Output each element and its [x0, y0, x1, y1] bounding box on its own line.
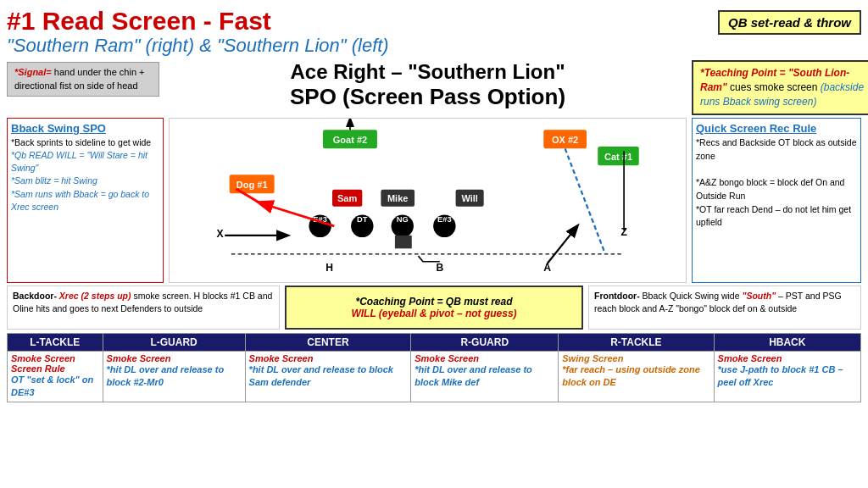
- svg-text:OX #2: OX #2: [552, 134, 578, 144]
- bback-text: *Back sprints to sideline to get wide *Q…: [11, 136, 159, 214]
- qs-title: Quick Screen Rec Rule: [696, 122, 857, 135]
- cell-center-body: *hit DL over and release to block Sam de…: [249, 363, 408, 390]
- cell-rtackle-title: Swing Screen: [562, 353, 709, 363]
- center-title-sub: SPO (Screen Pass Option): [169, 84, 687, 110]
- bback-line1: *Back sprints to sideline to get wide: [11, 136, 159, 149]
- backdoor-steps: Xrec (2 steps up): [59, 291, 134, 301]
- field-svg: Goat #2 OX #2 Dog #1 Cat #1 Sam Mike W: [170, 119, 686, 282]
- svg-text:Dog #1: Dog #1: [236, 179, 268, 189]
- qs-panel: Quick Screen Rec Rule *Recs and Backside…: [692, 118, 861, 283]
- title-end: (left): [347, 35, 389, 56]
- title-ram: "Southern Ram": [7, 35, 140, 56]
- svg-text:E#3: E#3: [437, 215, 452, 224]
- col-ltackle: L-TACKLE: [8, 333, 103, 351]
- qs-line1: *Recs and Backside OT block as outside z…: [696, 136, 857, 164]
- frontdoor-south: "South": [742, 291, 776, 301]
- svg-text:Mike: Mike: [387, 193, 409, 203]
- frontdoor-text1: Bback Quick Swing wide: [643, 291, 743, 301]
- svg-text:DT: DT: [357, 215, 368, 224]
- col-rtackle: R-TACKLE: [559, 333, 714, 351]
- signal-label: *Signal=: [14, 67, 52, 77]
- signal-box: *Signal= hand under the chin + direction…: [7, 62, 159, 97]
- col-center: CENTER: [245, 333, 411, 351]
- cell-rguard-title: Smoke Screen: [415, 353, 554, 363]
- cell-ltackle: Smoke Screen Screen Rule OT "set & lock"…: [8, 351, 103, 402]
- cell-lguard: Smoke Screen *hit DL over and release to…: [103, 351, 245, 402]
- cell-ltackle-body1: Screen Rule: [11, 363, 99, 374]
- coaching-box: *Coaching Point = QB must read WILL (eye…: [285, 286, 583, 330]
- backdoor-box: Backdoor- Xrec (2 steps up) smoke screen…: [7, 286, 280, 330]
- svg-text:Will: Will: [461, 193, 477, 203]
- cell-hback-body: *use J-path to block #1 CB – peel off Xr…: [718, 363, 857, 390]
- col-rguard: R-GUARD: [411, 333, 559, 351]
- qb-box: QB set-read & throw: [718, 10, 861, 35]
- field-diagram: Goat #2 OX #2 Dog #1 Cat #1 Sam Mike W: [169, 118, 687, 283]
- frontdoor-box: Frontdoor- Bback Quick Swing wide "South…: [588, 286, 861, 330]
- title-mid: (right) &: [140, 35, 216, 56]
- svg-text:B: B: [436, 262, 443, 274]
- frontdoor-title: Frontdoor-: [594, 291, 640, 301]
- title-line1: #1 Read Screen - Fast: [7, 7, 389, 35]
- table-row: Smoke Screen Screen Rule OT "set & lock"…: [8, 351, 861, 402]
- center-title-main: Ace Right – "Southern Lion": [169, 60, 687, 84]
- cell-ltackle-body2: OT "set & lock" on DE#3: [11, 374, 99, 400]
- bback-title: Bback Swing SPO: [11, 122, 159, 135]
- main-container: #1 Read Screen - Fast "Southern Ram" (ri…: [0, 0, 868, 488]
- svg-rect-23: [395, 236, 412, 248]
- cell-lguard-title: Smoke Screen: [107, 353, 242, 363]
- svg-text:Goat #2: Goat #2: [333, 134, 367, 144]
- qs-text: *Recs and Backside OT block as outside z…: [696, 136, 857, 230]
- cell-hback-title: Smoke Screen: [718, 353, 857, 363]
- cell-center: Smoke Screen *hit DL over and release to…: [245, 351, 411, 402]
- bottom-table: L-TACKLE L-GUARD CENTER R-GUARD R-TACKLE…: [7, 333, 861, 402]
- cell-lguard-body: *hit DL over and release to block #2-Mr0: [107, 363, 242, 390]
- cell-hback: Smoke Screen *use J-path to block #1 CB …: [714, 351, 860, 402]
- center-title-section: Ace Right – "Southern Lion" SPO (Screen …: [169, 60, 687, 114]
- title-lion: "Southern Lion": [217, 35, 347, 56]
- cell-center-title: Smoke Screen: [249, 353, 408, 363]
- bback-line2: *Qb READ WILL = "Will Stare = hit Swing": [11, 149, 159, 175]
- cell-rguard-body: *hit DL over and release to block Mike d…: [415, 363, 554, 390]
- svg-text:Sam: Sam: [337, 193, 357, 203]
- title-line2: "Southern Ram" (right) & "Southern Lion"…: [7, 35, 389, 57]
- cell-rtackle: Swing Screen *far reach – using outside …: [559, 351, 714, 402]
- qs-line3: *OT far reach Dend – do not let him get …: [696, 203, 857, 230]
- qs-line2: *A&Z bongo block = block def On and Outs…: [696, 176, 857, 203]
- cell-rguard: Smoke Screen *hit DL over and release to…: [411, 351, 559, 402]
- coaching-line2: WILL (eyeball & pivot – not guess): [351, 308, 516, 319]
- coaching-text: *Coaching Point = QB must read WILL (eye…: [351, 296, 516, 319]
- bback-panel: Bback Swing SPO *Back sprints to sidelin…: [7, 118, 164, 283]
- bback-line4: *Sam runs with Bback = go back to Xrec s…: [11, 188, 159, 214]
- cell-ltackle-title: Smoke Screen: [11, 353, 99, 363]
- coaching-line1: *Coaching Point = QB must read: [351, 296, 516, 308]
- title-section: #1 Read Screen - Fast "Southern Ram" (ri…: [7, 7, 389, 57]
- backdoor-title: Backdoor-: [13, 291, 57, 301]
- svg-text:X: X: [217, 228, 224, 240]
- svg-text:H: H: [326, 262, 333, 274]
- col-lguard: L-GUARD: [103, 333, 245, 351]
- tp-text1: cues smoke screen: [727, 81, 821, 93]
- col-hback: HBACK: [714, 333, 860, 351]
- svg-text:NG: NG: [397, 215, 409, 224]
- cell-rtackle-body: *far reach – using outside zone block on…: [562, 363, 709, 390]
- teaching-box: *Teaching Point = "South Lion-Ram" cues …: [692, 60, 868, 114]
- svg-text:Cat #1: Cat #1: [604, 151, 632, 161]
- bback-line3: *Sam blitz = hit Swing: [11, 175, 159, 187]
